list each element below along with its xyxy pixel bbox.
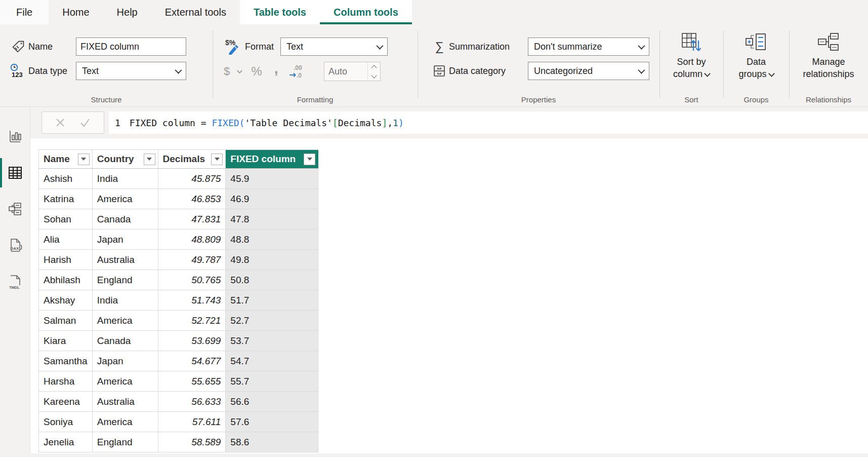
table-cell: 45.9 [226,169,318,188]
table-row: SalmanAmerica52.72152.7 [38,311,318,331]
spinner-up-icon[interactable] [371,65,377,70]
filter-dropdown-button[interactable] [144,154,155,165]
decimal-places-input[interactable] [324,62,367,81]
column-header-fixed-column[interactable]: FIXED column [226,150,318,168]
column-header-decimals[interactable]: Decimals [158,150,226,168]
format-label: Format [245,42,280,52]
table-cell: Harsha [39,371,93,391]
ribbon-group-relationships: Manage relationships Relationships [789,24,868,106]
table-row: KareenaAustralia56.63356.6 [38,392,318,412]
chevron-down-icon [704,70,711,77]
tab-table-tools[interactable]: Table tools [240,0,320,24]
table-cell: Ashish [39,169,93,188]
table-cell: 49.787 [158,250,226,270]
commit-formula-icon[interactable] [79,117,91,128]
formula-token: 'Table Decimals' [244,118,332,128]
formula-bar: 1 FIXED column = FIXED('Table Decimals'[… [30,107,868,138]
tab-external-tools[interactable]: External tools [151,0,240,24]
sidebar-item-report-view[interactable] [0,118,30,155]
table-cell: 58.589 [158,432,226,452]
sidebar-item-dax-query-view[interactable]: DAX [0,227,30,264]
summarization-dropdown[interactable]: Don't summarize [528,37,649,56]
spinner-down-icon[interactable] [371,72,377,78]
ribbon-group-sort: Sort by column Sort [659,24,723,106]
formula-code: FIXED column = FIXED('Table Decimals'[De… [130,118,404,128]
column-name-input[interactable] [76,37,186,56]
data-groups-button[interactable]: Data groups [723,24,789,106]
tab-help[interactable]: Help [103,0,151,24]
table-row: AliaJapan48.80948.8 [38,230,318,250]
table-cell: 45.875 [158,169,226,188]
table-cell: 51.743 [158,290,226,310]
chevron-down-icon [237,68,242,73]
tab-column-tools[interactable]: Column tools [320,0,412,24]
formula-token: Decimals [338,118,382,128]
filter-dropdown-button[interactable] [211,154,223,165]
data-category-dropdown[interactable]: Uncategorized [528,62,649,80]
filter-dropdown-button[interactable] [304,154,315,165]
table-cell: 54.7 [226,351,318,371]
table-cell: Canada [93,331,158,351]
group-label-sort: Sort [659,95,723,104]
column-tools-ribbon: Name 123 Data type Text Structure [0,24,868,107]
data-category-label: Data category [449,66,528,77]
sidebar-item-tmdl-view[interactable]: TMDL [0,264,30,300]
filter-dropdown-button[interactable] [78,154,90,165]
sidebar-item-model-view[interactable] [0,191,30,227]
chevron-down-icon [376,43,383,50]
chevron-down-icon [638,43,645,50]
table-cell: Jenelia [39,432,93,452]
table-cell: Sohan [39,209,93,229]
table-cell: Salman [39,311,93,330]
manage-relationships-button[interactable]: Manage relationships [789,24,868,106]
table-cell: England [93,432,158,452]
chevron-down-icon [175,67,182,74]
column-header-country[interactable]: Country [93,150,158,168]
group-label-formatting: Formatting [213,95,418,104]
group-label-structure: Structure [0,95,213,104]
percent-format-button[interactable]: % [251,64,262,79]
table-cell: Australia [93,392,158,411]
table-cell: Canada [93,209,158,229]
column-header-label: Name [44,154,70,165]
tab-home[interactable]: Home [49,0,103,24]
chevron-down-icon [638,67,645,74]
table-row: KatrinaAmerica46.85346.9 [38,189,318,209]
decimal-places-spinner [324,62,381,81]
bottom-edge-strip [0,453,868,457]
formula-token: FIXED column = [130,118,212,128]
table-cell: America [93,371,158,391]
column-header-name[interactable]: Name [39,150,93,168]
table-row: SoniyaAmerica57.61157.6 [38,412,318,432]
format-value: Text [286,42,303,52]
data-type-dropdown[interactable]: Text [76,62,186,80]
format-dropdown[interactable]: Text [280,37,388,56]
table-row: HarishAustralia49.78749.8 [38,250,318,270]
sort-by-column-button[interactable]: Sort by column [659,24,723,106]
currency-format-button[interactable]: $ [224,65,230,78]
table-cell: 48.8 [226,230,318,249]
manage-relationships-label: Manage relationships [803,56,854,81]
ribbon-group-structure: Name 123 Data type Text Structure [0,24,213,106]
table-cell: 55.7 [226,371,318,391]
table-cell: 55.655 [158,371,226,391]
table-view-icon [8,165,23,180]
svg-text:DAX: DAX [10,246,19,251]
ribbon-group-properties: ∑ Summarization Don't summarize [418,24,659,106]
table-cell: 57.6 [226,412,318,432]
table-row: JeneliaEngland58.58958.6 [38,432,318,452]
table-cell: Katrina [39,189,93,209]
table-cell: America [93,311,158,330]
sidebar-item-table-view[interactable] [0,155,30,191]
tab-file[interactable]: File [0,0,49,24]
group-label-relationships: Relationships [789,95,868,104]
thousands-separator-button[interactable]: , [274,66,278,71]
dax-formula-input[interactable]: 1 FIXED column = FIXED('Table Decimals'[… [109,111,868,134]
chevron-down-icon [768,70,775,77]
summarization-value: Don't summarize [534,42,602,52]
cancel-formula-icon[interactable] [55,117,66,128]
decimal-places-icon[interactable]: .00 .0 [288,64,306,79]
table-cell: England [93,270,158,290]
table-row: AbhilashEngland50.76550.8 [38,270,318,290]
table-cell: 52.721 [158,311,226,330]
